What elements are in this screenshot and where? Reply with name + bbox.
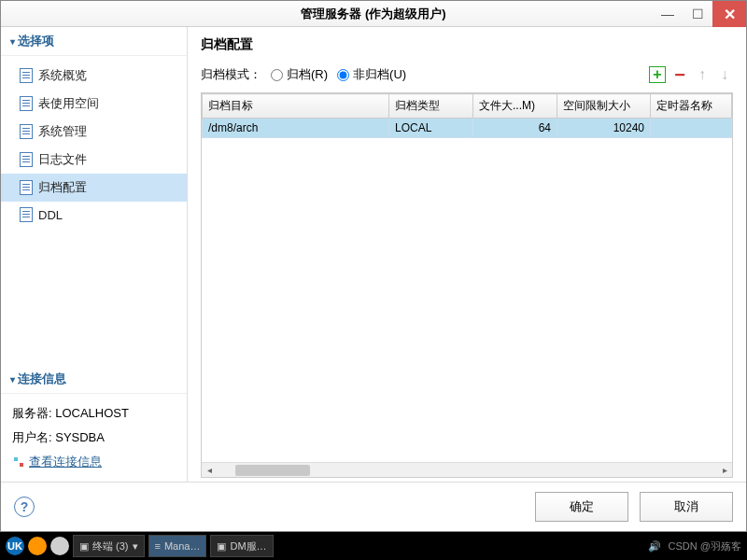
doc-icon [20,180,33,195]
conn-info: 服务器: LOCALHOST 用户名: SYSDBA 查看连接信息 [1,394,187,482]
doc-icon [20,124,33,139]
doc-icon [20,152,33,167]
start-icon[interactable]: UK [6,537,24,555]
toolbar-icons: + − ↑ ↓ [649,66,733,83]
doc-icon [20,68,33,83]
table-row[interactable]: /dm8/arch LOCAL 64 10240 [203,119,732,138]
cell-type[interactable]: LOCAL [389,119,473,138]
radio-nonarchive[interactable]: 非归档(U) [337,66,406,83]
scroll-thumb[interactable] [235,465,310,476]
nav-ddl[interactable]: DDL [1,202,187,228]
body: 选择项 系统概览 表使用空间 系统管理 日志文件 归档配置 DDL 连接信息 服… [1,27,746,482]
task-dm[interactable]: ▣ DM服… [210,535,273,557]
cell-target[interactable]: /dm8/arch [203,119,389,138]
col-timer[interactable]: 定时器名称 [651,94,732,119]
close-button[interactable]: ✕ [712,1,746,27]
app-icon[interactable] [50,537,69,555]
help-icon[interactable]: ? [14,497,35,517]
col-target[interactable]: 归档目标 [203,94,389,119]
link-icon [12,455,25,469]
mode-row: 归档模式： 归档(R) 非归档(U) + − ↑ ↓ [201,66,733,83]
mode-label: 归档模式： [201,66,261,83]
watermark: CSDN @羽殇客 [669,539,741,553]
task-mana[interactable]: ≡ Mana… [148,535,207,557]
taskbar: UK ▣ 终端 (3) ▾ ≡ Mana… ▣ DM服… 🔊 CSDN @羽殇客 [0,532,747,560]
ok-button[interactable]: 确定 [535,492,628,522]
nav-system-mgmt[interactable]: 系统管理 [1,118,187,146]
radio-archive[interactable]: 归档(R) [271,66,328,83]
nav-archive-config[interactable]: 归档配置 [1,174,187,202]
firefox-icon[interactable] [28,537,47,555]
col-size[interactable]: 文件大...M) [473,94,557,119]
cell-timer[interactable] [651,119,732,138]
panel-title: 归档配置 [201,36,733,53]
down-icon[interactable]: ↓ [716,66,733,83]
minimize-button[interactable]: — [653,1,683,27]
scroll-right-icon[interactable]: ▸ [717,465,732,475]
window-controls: — ☐ ✕ [653,1,746,27]
sidebar: 选择项 系统概览 表使用空间 系统管理 日志文件 归档配置 DDL 连接信息 服… [1,27,188,482]
maximize-button[interactable]: ☐ [683,1,712,27]
view-conn-link[interactable]: 查看连接信息 [12,454,176,470]
footer: ? 确定 取消 [1,482,746,531]
main-window: 管理服务器 (作为超级用户) — ☐ ✕ 选择项 系统概览 表使用空间 系统管理… [0,0,747,532]
cell-size[interactable]: 64 [473,119,557,138]
task-terminal[interactable]: ▣ 终端 (3) ▾ [73,535,145,557]
main-panel: 归档配置 归档模式： 归档(R) 非归档(U) + − ↑ ↓ 归档目标 [188,27,746,482]
window-title: 管理服务器 (作为超级用户) [301,6,445,22]
archive-table: 归档目标 归档类型 文件大...M) 空间限制大小 定时器名称 /dm8/arc… [202,93,732,138]
doc-icon [20,96,33,111]
table-container: 归档目标 归档类型 文件大...M) 空间限制大小 定时器名称 /dm8/arc… [201,92,733,478]
volume-icon[interactable]: 🔊 [648,540,661,553]
nav-tablespace[interactable]: 表使用空间 [1,90,187,118]
options-header[interactable]: 选择项 [1,27,187,56]
titlebar: 管理服务器 (作为超级用户) — ☐ ✕ [1,1,746,27]
col-type[interactable]: 归档类型 [389,94,473,119]
server-label: 服务器: LOCALHOST [12,401,176,426]
cell-limit[interactable]: 10240 [557,119,651,138]
remove-icon[interactable]: − [671,66,688,83]
cancel-button[interactable]: 取消 [640,492,733,522]
doc-icon [20,207,33,222]
up-icon[interactable]: ↑ [694,66,711,83]
conn-header[interactable]: 连接信息 [1,365,187,394]
scroll-left-icon[interactable]: ◂ [202,465,217,475]
nav-list: 系统概览 表使用空间 系统管理 日志文件 归档配置 DDL [1,56,187,233]
h-scrollbar[interactable]: ◂ ▸ [202,462,732,477]
tray: 🔊 CSDN @羽殇客 [648,539,741,553]
user-label: 用户名: SYSDBA [12,426,176,450]
nav-log-file[interactable]: 日志文件 [1,146,187,174]
col-limit[interactable]: 空间限制大小 [557,94,651,119]
nav-system-overview[interactable]: 系统概览 [1,62,187,90]
add-icon[interactable]: + [649,66,666,83]
